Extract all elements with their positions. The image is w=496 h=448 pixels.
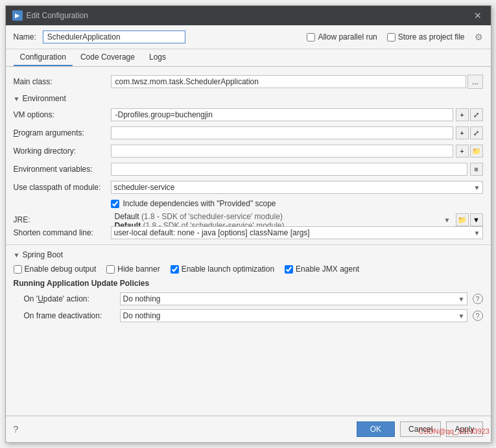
help-button[interactable]: ?: [14, 424, 19, 434]
jre-browse-button[interactable]: 📁: [456, 213, 469, 226]
shorten-cmd-dropdown-wrapper: user-local default: none - java [options…: [111, 226, 483, 239]
name-bar-right: Allow parallel run Store as project file…: [307, 32, 482, 42]
on-update-label: On 'Update' action:: [24, 294, 115, 303]
main-class-browse-button[interactable]: ...: [467, 75, 482, 89]
shorten-cmd-row: Shorten command line: user-local default…: [6, 224, 491, 242]
title-bar: ▶ Edit Configuration ✕: [6, 6, 491, 25]
tab-bar: Configuration Code Coverage Logs: [6, 49, 491, 67]
classpath-module-label: Use classpath of module:: [14, 183, 111, 192]
tab-logs[interactable]: Logs: [143, 49, 172, 66]
vm-options-input[interactable]: [111, 108, 453, 121]
main-class-label: Main class:: [14, 77, 111, 86]
on-frame-select[interactable]: Do nothing: [120, 309, 467, 322]
environment-section-header[interactable]: ▼ Environment: [6, 91, 491, 106]
on-frame-help-icon[interactable]: ?: [473, 311, 483, 321]
env-vars-browse-button[interactable]: ≡: [470, 163, 483, 176]
vm-options-input-group: + ⤢: [111, 108, 483, 121]
working-dir-browse-button[interactable]: 📁: [470, 145, 483, 158]
program-args-btn-group: + ⤢: [456, 126, 483, 139]
app-icon: ▶: [12, 10, 23, 21]
program-args-row: Program arguments: + ⤢: [6, 124, 491, 142]
bottom-bar-right: OK Cancel Apply: [357, 421, 483, 437]
name-input[interactable]: [43, 30, 185, 43]
on-update-row: On 'Update' action: Do nothing ▼ ?: [14, 290, 483, 307]
env-vars-row: Environment variables: ≡: [6, 160, 491, 178]
program-args-input[interactable]: [111, 126, 453, 139]
vm-options-btn-group: + ⤢: [456, 108, 483, 121]
allow-parallel-run-label[interactable]: Allow parallel run: [307, 32, 377, 41]
gear-icon[interactable]: ⚙: [475, 32, 483, 42]
program-args-expand-button[interactable]: ⤢: [470, 126, 483, 139]
spring-boot-section-header[interactable]: ▼ Spring Boot: [6, 248, 491, 262]
jre-label: JRE:: [14, 215, 111, 224]
allow-parallel-run-checkbox[interactable]: [307, 33, 315, 41]
include-deps-checkbox[interactable]: [111, 200, 119, 208]
program-args-input-group: + ⤢: [111, 126, 483, 139]
program-args-label: Program arguments:: [14, 128, 111, 137]
edit-configuration-dialog: ▶ Edit Configuration ✕ Name: Allow paral…: [5, 5, 491, 443]
vm-options-label: VM options:: [14, 110, 111, 119]
working-dir-input-group: + 📁: [111, 145, 483, 158]
env-vars-input[interactable]: [111, 163, 467, 176]
ok-button[interactable]: OK: [357, 421, 395, 437]
jre-btn-group: 📁 ▼: [456, 213, 483, 226]
shorten-cmd-label: Shorten command line:: [14, 228, 111, 237]
on-update-dropdown-wrapper: Do nothing ▼: [120, 292, 467, 305]
working-dir-row: Working directory: + 📁: [6, 142, 491, 160]
apply-button[interactable]: Apply: [446, 421, 482, 437]
env-vars-input-group: ≡: [111, 163, 483, 176]
spring-boot-triangle-icon: ▼: [14, 252, 20, 259]
on-frame-label: On frame deactivation:: [24, 311, 115, 320]
enable-launch-checkbox[interactable]: [171, 265, 179, 274]
content-area: Main class: ... ▼ Environment VM options…: [6, 67, 491, 416]
main-class-input[interactable]: [111, 75, 467, 88]
shorten-cmd-select[interactable]: user-local default: none - java [options…: [111, 226, 483, 239]
tab-configuration[interactable]: Configuration: [14, 49, 73, 66]
vm-options-row: VM options: + ⤢: [6, 106, 491, 124]
working-dir-label: Working directory:: [14, 147, 111, 156]
main-class-input-group: ...: [111, 75, 483, 89]
include-deps-row: Include dependencies with "Provided" sco…: [6, 196, 491, 211]
hide-banner-checkbox[interactable]: [106, 265, 115, 274]
environment-label: Environment: [22, 94, 65, 103]
enable-jmx-checkbox[interactable]: [285, 265, 293, 274]
enable-debug-label[interactable]: Enable debug output: [14, 265, 97, 274]
enable-debug-checkbox[interactable]: [14, 265, 22, 274]
tab-code-coverage[interactable]: Code Coverage: [74, 49, 141, 66]
classpath-module-select[interactable]: scheduler-service: [111, 181, 483, 194]
vm-options-expand-button[interactable]: ⤢: [470, 108, 483, 121]
spring-boot-checkboxes-row: Enable debug output Hide banner Enable l…: [6, 262, 491, 276]
include-deps-label: Include dependencies with "Provided" sco…: [123, 199, 276, 208]
name-label: Name:: [14, 32, 36, 41]
spring-boot-section: ▼ Spring Boot Enable debug output Hide b…: [6, 244, 491, 327]
working-dir-input[interactable]: [111, 145, 453, 158]
policies-title: Running Application Update Policies: [14, 279, 483, 288]
name-row: Name: Allow parallel run Store as projec…: [6, 25, 491, 49]
store-as-project-file-label[interactable]: Store as project file: [387, 32, 465, 41]
vm-options-add-button[interactable]: +: [456, 108, 469, 121]
jre-input-group: ▼ Default (1.8 - SDK of 'scheduler-servi…: [111, 213, 483, 226]
on-frame-dropdown-wrapper: Do nothing ▼: [120, 309, 467, 322]
environment-triangle-icon: ▼: [14, 95, 20, 102]
classpath-module-row: Use classpath of module: scheduler-servi…: [6, 178, 491, 196]
spring-boot-label: Spring Boot: [22, 250, 63, 259]
cancel-button[interactable]: Cancel: [400, 421, 441, 437]
hide-banner-label[interactable]: Hide banner: [106, 265, 159, 274]
bottom-bar: ? OK Cancel Apply: [6, 416, 491, 442]
title-bar-left: ▶ Edit Configuration: [12, 10, 88, 21]
working-dir-btn-group: + 📁: [456, 145, 483, 158]
jre-dropdown-button[interactable]: ▼: [470, 213, 483, 226]
classpath-module-dropdown-wrapper: scheduler-service ▼: [111, 181, 483, 194]
store-as-project-file-checkbox[interactable]: [387, 33, 396, 41]
program-args-add-button[interactable]: +: [456, 126, 469, 139]
enable-launch-label[interactable]: Enable launch optimization: [171, 265, 274, 274]
env-vars-label: Environment variables:: [14, 165, 111, 174]
working-dir-add-button[interactable]: +: [456, 145, 469, 158]
close-button[interactable]: ✕: [471, 9, 484, 22]
on-frame-row: On frame deactivation: Do nothing ▼ ?: [14, 307, 483, 324]
policies-section: Running Application Update Policies On '…: [6, 276, 491, 327]
enable-jmx-label[interactable]: Enable JMX agent: [285, 265, 359, 274]
on-update-help-icon[interactable]: ?: [473, 294, 483, 304]
on-update-select[interactable]: Do nothing: [120, 292, 467, 305]
dialog-title: Edit Configuration: [27, 11, 88, 20]
